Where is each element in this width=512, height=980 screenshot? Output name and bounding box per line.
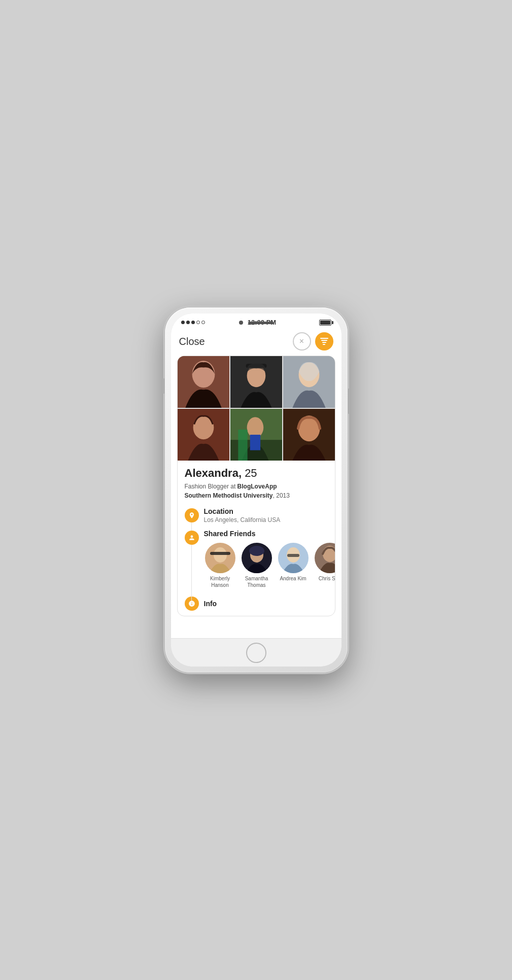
friend-avatar-3 xyxy=(278,543,309,573)
app-content: Close × xyxy=(171,328,342,638)
camera-icon xyxy=(239,321,243,325)
location-icon xyxy=(185,508,199,522)
svg-rect-13 xyxy=(238,430,247,461)
signal-dot-2 xyxy=(186,321,190,324)
battery-icon xyxy=(319,320,331,326)
info-symbol-icon xyxy=(188,600,195,607)
friends-content: Shared Friends xyxy=(204,530,335,590)
location-value: Los Angeles, California USA xyxy=(204,516,328,523)
phone-screen: 12:00 PM Close × xyxy=(171,313,342,667)
friends-row: Kimberly Hanson xyxy=(204,539,335,590)
svg-rect-18 xyxy=(210,552,230,555)
shared-friends-section: Shared Friends xyxy=(178,527,335,593)
info-label: Info xyxy=(204,600,217,608)
filter-icon xyxy=(320,338,328,345)
timeline-line-2 xyxy=(191,542,192,601)
photo-grid xyxy=(178,356,335,461)
speaker-icon xyxy=(248,322,274,324)
friend-name-1: Kimberly Hanson xyxy=(204,575,236,588)
svg-rect-26 xyxy=(287,554,299,557)
filter-button[interactable] xyxy=(315,332,333,351)
close-button[interactable]: Close xyxy=(179,336,205,347)
friend-avatar-4 xyxy=(315,543,335,573)
home-button[interactable] xyxy=(246,643,266,663)
friend-item-2[interactable]: Samantha Thomas xyxy=(241,543,273,588)
profile-age: 25 xyxy=(245,467,257,479)
bottom-bar xyxy=(171,638,342,667)
signal-dot-5 xyxy=(201,321,205,324)
shared-friends-title: Shared Friends xyxy=(204,530,335,538)
photo-1 xyxy=(178,356,229,408)
signal-dot-4 xyxy=(196,321,200,324)
x-icon: × xyxy=(299,337,304,346)
top-notch xyxy=(239,321,274,325)
signal-dot-3 xyxy=(191,321,195,324)
screen: 12:00 PM Close × xyxy=(171,313,342,667)
friend-avatar-1 xyxy=(205,543,235,573)
friend-item-3[interactable]: Andrea Kim xyxy=(277,543,310,588)
photo-4 xyxy=(178,409,229,461)
photo-2 xyxy=(230,356,282,408)
profile-info: Alexandra, 25 Fashion Blogger at BlogLov… xyxy=(178,461,335,504)
battery-fill xyxy=(320,321,330,325)
info-section: Info xyxy=(178,593,335,616)
friend-name-3: Andrea Kim xyxy=(280,575,306,582)
location-content: Location Los Angeles, California USA xyxy=(204,507,328,523)
volume-button xyxy=(163,378,165,394)
profile-name: Alexandra, 25 xyxy=(185,467,328,480)
person-icon xyxy=(188,534,195,541)
app-header: Close × xyxy=(171,328,342,356)
friend-name-4: Chris Si... xyxy=(319,575,335,582)
svg-point-21 xyxy=(249,546,264,556)
profile-card: Alexandra, 25 Fashion Blogger at BlogLov… xyxy=(177,356,335,616)
signal-strength xyxy=(181,321,205,324)
friend-avatar-2 xyxy=(242,543,272,573)
pin-icon xyxy=(188,512,195,519)
profile-occupation: Fashion Blogger at BlogLoveApp Southern … xyxy=(185,482,328,500)
friend-item-1[interactable]: Kimberly Hanson xyxy=(204,543,236,588)
friend-item-4[interactable]: Chris Si... xyxy=(314,543,335,588)
power-button xyxy=(348,389,350,414)
header-actions: × xyxy=(293,332,333,351)
photo-5 xyxy=(230,409,282,461)
photo-3 xyxy=(283,356,335,408)
location-title: Location xyxy=(204,507,328,515)
friends-icon xyxy=(185,531,199,545)
phone-frame: 12:00 PM Close × xyxy=(165,307,348,673)
dismiss-button[interactable]: × xyxy=(293,332,311,351)
signal-dot-1 xyxy=(181,321,185,324)
photo-6 xyxy=(283,409,335,461)
profile-first-name: Alexandra xyxy=(185,467,238,479)
friend-name-2: Samantha Thomas xyxy=(241,575,273,588)
svg-rect-12 xyxy=(250,435,260,450)
location-section: Location Los Angeles, California USA xyxy=(178,504,335,527)
